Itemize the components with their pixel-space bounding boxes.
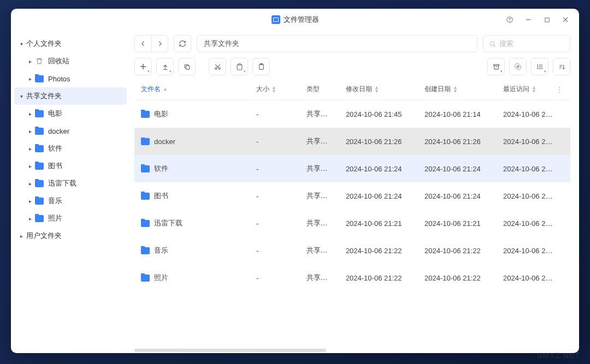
file-type: 共享… bbox=[300, 218, 339, 228]
file-type: 共享… bbox=[300, 273, 339, 283]
folder-icon bbox=[141, 138, 150, 145]
window-controls bbox=[502, 9, 574, 31]
sidebar-item[interactable]: ▸图书 bbox=[14, 157, 127, 175]
svg-point-12 bbox=[215, 68, 216, 69]
table-row[interactable]: 照片-共享…2024-10-06 21:222024-10-06 21:2220… bbox=[134, 264, 570, 291]
col-header-modified[interactable]: 修改日期 ▲▼ bbox=[339, 85, 418, 94]
clipboard-button[interactable] bbox=[252, 58, 270, 75]
table-row[interactable]: 软件-共享…2024-10-06 21:242024-10-06 21:2420… bbox=[134, 155, 570, 182]
chevron-right-icon: ▸ bbox=[26, 146, 34, 152]
file-accessed: 2024-10-06 21:22 bbox=[497, 247, 554, 255]
sidebar-root-label: 个人文件夹 bbox=[26, 39, 62, 49]
sidebar-item-label: 电影 bbox=[48, 109, 62, 118]
col-header-size[interactable]: 大小 ▲▼ bbox=[250, 85, 299, 94]
upload-button[interactable] bbox=[156, 58, 174, 75]
table-row[interactable]: 电影-共享…2024-10-06 21:452024-10-06 21:1420… bbox=[134, 100, 570, 128]
sidebar-item[interactable]: ▸docker bbox=[14, 122, 127, 140]
sidebar-item-label: Photos bbox=[48, 75, 70, 83]
file-modified: 2024-10-06 21:26 bbox=[339, 138, 418, 146]
new-button[interactable] bbox=[134, 58, 152, 75]
chevron-right-icon: ▸ bbox=[17, 233, 25, 239]
toolbar-nav: 共享文件夹 搜索 bbox=[134, 34, 570, 53]
svg-rect-3 bbox=[545, 17, 548, 21]
minimize-button[interactable] bbox=[520, 11, 536, 28]
settings-button[interactable] bbox=[509, 58, 527, 75]
sidebar-item[interactable]: ▸电影 bbox=[14, 105, 127, 122]
back-button[interactable] bbox=[135, 35, 151, 52]
folder-icon bbox=[141, 111, 150, 118]
file-created: 2024-10-06 21:21 bbox=[418, 219, 497, 228]
sort-icon: ▲▼ bbox=[453, 86, 458, 93]
sidebar-root-personal[interactable]: ▾ 个人文件夹 bbox=[14, 35, 127, 52]
sidebar-item-label: 迅雷下载 bbox=[48, 178, 76, 188]
file-size: - bbox=[250, 219, 299, 228]
file-created: 2024-10-06 21:24 bbox=[418, 192, 497, 200]
search-input[interactable]: 搜索 bbox=[483, 35, 570, 52]
file-accessed: 2024-10-06 21:26 bbox=[497, 138, 554, 146]
sidebar-item[interactable]: ▸软件 bbox=[14, 140, 127, 157]
h-scrollbar-thumb[interactable] bbox=[134, 349, 326, 352]
table-row[interactable]: 迅雷下载-共享…2024-10-06 21:212024-10-06 21:21… bbox=[134, 210, 570, 237]
copy-button[interactable] bbox=[178, 58, 196, 75]
file-modified: 2024-10-06 21:24 bbox=[339, 165, 418, 173]
sidebar-item-label: 回收站 bbox=[48, 56, 69, 66]
file-modified: 2024-10-06 21:24 bbox=[339, 192, 418, 200]
file-accessed: 2024-10-06 21:24 bbox=[497, 192, 554, 200]
refresh-button[interactable] bbox=[174, 35, 191, 52]
svg-point-13 bbox=[219, 68, 220, 69]
sidebar-root-shared[interactable]: ▾ 共享文件夹 bbox=[14, 87, 127, 105]
cut-button[interactable] bbox=[209, 58, 226, 75]
file-created: 2024-10-06 21:22 bbox=[418, 274, 497, 282]
svg-point-6 bbox=[490, 41, 494, 46]
sort-button[interactable] bbox=[553, 58, 570, 75]
column-menu-button[interactable]: ⋮ bbox=[554, 86, 565, 93]
table-row[interactable]: 音乐-共享…2024-10-06 21:222024-10-06 21:2220… bbox=[134, 237, 570, 264]
view-mode-button[interactable] bbox=[531, 58, 548, 75]
file-modified: 2024-10-06 21:21 bbox=[339, 219, 418, 228]
breadcrumb-text: 共享文件夹 bbox=[204, 39, 239, 49]
archive-button[interactable] bbox=[487, 58, 505, 75]
file-type: 共享… bbox=[300, 164, 339, 174]
table-row[interactable]: 图书-共享…2024-10-06 21:242024-10-06 21:2420… bbox=[134, 182, 570, 210]
watermark: SMYZ.NET bbox=[537, 351, 580, 360]
window-title: 文件管理器 bbox=[284, 15, 319, 25]
chevron-down-icon: ▾ bbox=[17, 41, 25, 47]
table-row[interactable]: docker-共享…2024-10-06 21:262024-10-06 21:… bbox=[134, 128, 570, 155]
close-button[interactable] bbox=[557, 11, 574, 28]
breadcrumb[interactable]: 共享文件夹 bbox=[197, 35, 477, 52]
svg-point-27 bbox=[537, 68, 538, 69]
chevron-down-icon: ▾ bbox=[17, 93, 25, 99]
sidebar-item[interactable]: ▸Photos bbox=[14, 70, 127, 87]
h-scrollbar[interactable] bbox=[134, 349, 570, 353]
chevron-right-icon: ▸ bbox=[26, 111, 34, 117]
sidebar-item[interactable]: ▸照片 bbox=[14, 210, 127, 227]
file-size: - bbox=[250, 192, 299, 200]
file-name: 照片 bbox=[154, 273, 168, 283]
file-modified: 2024-10-06 21:45 bbox=[339, 110, 418, 118]
col-header-created[interactable]: 创建日期 ▲▼ bbox=[418, 85, 497, 94]
col-header-accessed[interactable]: 最近访问 ▲▼ bbox=[497, 85, 554, 94]
file-name: docker bbox=[154, 138, 175, 146]
file-size: - bbox=[250, 110, 299, 118]
sort-icon: ▲▼ bbox=[374, 86, 379, 93]
col-header-name[interactable]: 文件名 ▲ bbox=[134, 85, 250, 94]
sidebar-root-label: 用户文件夹 bbox=[26, 231, 62, 241]
col-header-type[interactable]: 类型 bbox=[300, 85, 339, 94]
sidebar-item[interactable]: ▸迅雷下载 bbox=[14, 175, 127, 192]
file-name: 音乐 bbox=[154, 246, 168, 255]
forward-button[interactable] bbox=[151, 35, 168, 52]
sidebar-item[interactable]: ▸音乐 bbox=[14, 192, 127, 210]
folder-icon bbox=[141, 193, 150, 200]
toolbar-actions bbox=[134, 57, 570, 76]
sidebar-root-user[interactable]: ▸ 用户文件夹 bbox=[14, 227, 127, 244]
maximize-button[interactable] bbox=[539, 11, 555, 28]
paste-button[interactable] bbox=[231, 58, 248, 75]
main-panel: 共享文件夹 搜索 bbox=[130, 31, 579, 353]
search-placeholder: 搜索 bbox=[499, 39, 514, 49]
titlebar-title: 文件管理器 bbox=[272, 15, 319, 25]
sidebar-item[interactable]: ▸回收站 bbox=[14, 52, 127, 70]
chevron-right-icon: ▸ bbox=[26, 58, 34, 64]
file-type: 共享… bbox=[300, 191, 339, 201]
help-button[interactable] bbox=[502, 11, 518, 28]
svg-rect-16 bbox=[238, 64, 240, 65]
